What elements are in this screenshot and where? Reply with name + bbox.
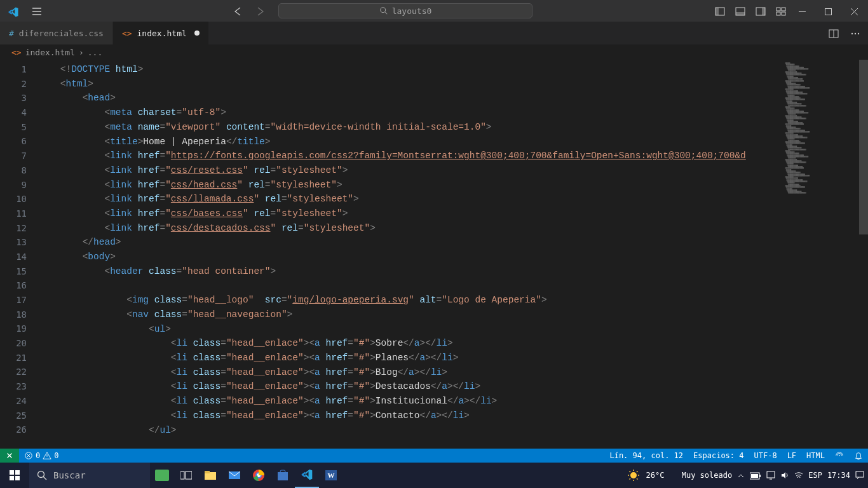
remote-button[interactable] xyxy=(0,449,19,463)
svg-rect-27 xyxy=(205,471,210,473)
taskbar-app-explorer[interactable] xyxy=(198,463,222,488)
command-center-search[interactable]: layouts0 xyxy=(278,3,532,18)
svg-point-17 xyxy=(839,455,840,456)
split-editor-button[interactable] xyxy=(829,27,839,39)
tray-volume-icon[interactable] xyxy=(780,471,789,480)
taskbar-app-vscode[interactable] xyxy=(295,463,319,488)
toggle-primary-sidebar-button[interactable] xyxy=(715,5,725,17)
svg-rect-11 xyxy=(825,8,832,15)
svg-rect-6 xyxy=(762,8,765,15)
svg-rect-2 xyxy=(715,8,719,15)
minimap[interactable]: ████████ ███████████████ ███████████████… xyxy=(783,60,859,200)
eol-button[interactable]: LF xyxy=(782,451,801,460)
windows-taskbar: Buscar W 26°C Muy soleado ESP 17:34 xyxy=(0,463,868,488)
error-icon xyxy=(24,451,33,460)
html-file-icon: <> xyxy=(11,48,22,57)
sun-icon xyxy=(627,469,640,482)
svg-rect-39 xyxy=(751,474,758,478)
breadcrumb-trail: ... xyxy=(88,48,102,57)
encoding-button[interactable]: UTF-8 xyxy=(749,451,782,460)
breadcrumb[interactable]: <> index.html › ... xyxy=(0,44,868,60)
warning-icon xyxy=(43,451,51,460)
search-text: layouts0 xyxy=(392,6,432,16)
svg-rect-24 xyxy=(180,471,184,479)
vscode-logo-icon xyxy=(8,5,19,17)
tab-index-html[interactable]: <> index.html xyxy=(113,22,209,44)
notifications-button[interactable] xyxy=(849,451,868,460)
svg-rect-8 xyxy=(782,8,785,11)
toggle-secondary-sidebar-button[interactable] xyxy=(756,5,766,17)
tab-label: diferenciales.css xyxy=(19,29,104,38)
chevron-right-icon: › xyxy=(79,48,84,57)
svg-point-15 xyxy=(858,33,859,34)
tray-clock[interactable]: 17:34 xyxy=(827,471,850,480)
tray-network-icon[interactable] xyxy=(766,471,775,480)
search-icon xyxy=(37,470,47,480)
svg-rect-4 xyxy=(736,12,745,15)
code-editor[interactable]: <!DOCTYPE html> <html> <head> <meta char… xyxy=(38,60,868,449)
cursor-position-button[interactable]: Lín. 94, col. 12 xyxy=(604,451,688,460)
tray-action-center-icon[interactable] xyxy=(855,471,864,480)
window-close-button[interactable] xyxy=(851,5,858,17)
svg-point-0 xyxy=(380,8,385,13)
dirty-indicator-icon xyxy=(194,30,200,36)
app-menu-button[interactable] xyxy=(32,5,42,17)
taskbar-app-word[interactable]: W xyxy=(319,463,343,488)
svg-rect-21 xyxy=(15,476,20,480)
breadcrumb-file: index.html xyxy=(25,48,75,57)
svg-rect-23 xyxy=(155,470,169,481)
layout-controls xyxy=(715,5,786,17)
window-maximize-button[interactable] xyxy=(825,5,832,17)
tray-language[interactable]: ESP xyxy=(808,471,822,480)
tray-wifi-icon[interactable] xyxy=(794,471,803,480)
tray-battery-icon[interactable] xyxy=(750,471,761,480)
nav-back-button[interactable] xyxy=(233,5,243,17)
svg-rect-7 xyxy=(776,8,780,11)
html-file-icon: <> xyxy=(122,29,132,38)
svg-text:W: W xyxy=(328,471,335,479)
svg-rect-20 xyxy=(10,476,14,480)
status-bar: 0 0 Lín. 94, col. 12 Espacios: 4 UTF-8 L… xyxy=(0,449,868,463)
tray-chevron-up-icon[interactable] xyxy=(737,471,745,480)
window-minimize-button[interactable] xyxy=(799,5,806,17)
editor-area: 1234567891011121314151617181920212223242… xyxy=(0,60,868,449)
svg-rect-38 xyxy=(759,475,761,477)
svg-rect-25 xyxy=(186,471,192,479)
svg-rect-32 xyxy=(278,472,288,480)
tab-label: index.html xyxy=(137,29,187,38)
svg-rect-19 xyxy=(15,470,20,475)
svg-point-36 xyxy=(630,472,637,478)
title-bar: layouts0 xyxy=(0,0,868,22)
start-button[interactable] xyxy=(0,463,29,488)
nav-forward-button[interactable] xyxy=(255,5,266,17)
toggle-panel-button[interactable] xyxy=(735,5,745,17)
live-server-button[interactable] xyxy=(830,451,849,460)
svg-rect-18 xyxy=(10,470,14,475)
more-actions-button[interactable] xyxy=(850,27,860,39)
taskbar-app-mail[interactable] xyxy=(222,463,247,488)
svg-rect-9 xyxy=(776,12,780,15)
weather-widget[interactable]: 26°C Muy soleado xyxy=(627,469,733,482)
taskbar-search[interactable]: Buscar xyxy=(29,463,150,488)
svg-rect-41 xyxy=(856,471,864,477)
svg-rect-10 xyxy=(782,12,785,15)
svg-rect-40 xyxy=(767,471,775,478)
taskbar-app-taskview[interactable] xyxy=(174,463,198,488)
problems-button[interactable]: 0 0 xyxy=(19,451,64,460)
tab-bar: # diferenciales.css <> index.html xyxy=(0,22,868,44)
css-file-icon: # xyxy=(9,29,14,38)
svg-point-14 xyxy=(855,33,856,34)
line-number-gutter: 1234567891011121314151617181920212223242… xyxy=(0,60,38,449)
taskbar-app-cortana[interactable] xyxy=(150,463,174,488)
taskbar-app-chrome[interactable] xyxy=(247,463,271,488)
tab-diferenciales-css[interactable]: # diferenciales.css xyxy=(0,22,113,44)
customize-layout-button[interactable] xyxy=(776,5,786,17)
search-icon xyxy=(379,6,388,15)
taskbar-app-store[interactable] xyxy=(271,463,295,488)
vertical-scrollbar[interactable] xyxy=(859,60,868,449)
svg-point-13 xyxy=(851,33,853,34)
indentation-button[interactable]: Espacios: 4 xyxy=(688,451,749,460)
language-mode-button[interactable]: HTML xyxy=(801,451,830,460)
